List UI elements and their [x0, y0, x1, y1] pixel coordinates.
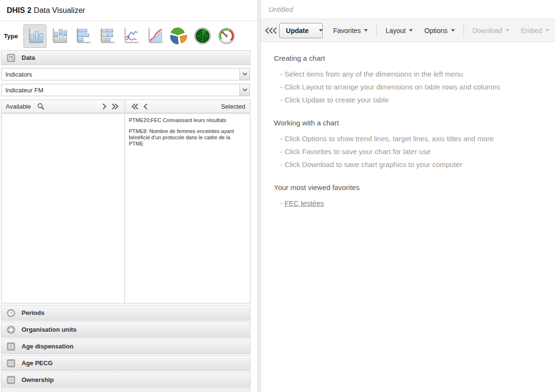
chart-type-column-button[interactable] [23, 24, 46, 48]
collapse-left-panel-button[interactable] [264, 23, 278, 38]
chart-type-row: Type [0, 22, 257, 50]
selected-toolbar: Selected [125, 100, 250, 112]
favorite-link[interactable]: FEC testées [284, 199, 324, 207]
accordion-periods[interactable]: Periods [1, 305, 250, 321]
clock-icon [7, 309, 15, 317]
search-icon [37, 102, 45, 111]
available-list[interactable] [1, 114, 125, 303]
chart-type-stacked-column-button[interactable] [47, 24, 70, 48]
pie-chart-icon [169, 26, 188, 45]
embed-label: Embed [521, 27, 542, 34]
chart-type-stacked-bar-button[interactable] [95, 24, 118, 48]
update-dropdown-button[interactable] [315, 23, 322, 38]
favorite-link-row: -FEC testées [274, 197, 544, 210]
accordion-label: Data [22, 54, 35, 61]
help-heading: Creating a chart [274, 52, 544, 65]
app-header: DHIS 2 Data Visualizer [0, 0, 257, 21]
accordion-partial[interactable] [1, 389, 250, 392]
column-chart-icon [25, 26, 45, 45]
dual-list: PTME20;FEC Connaissant leurs résultatsPT… [1, 113, 250, 303]
triple-chevron-left-icon [265, 27, 277, 34]
embed-menu-button: Embed [515, 23, 555, 38]
layout-menu-button[interactable]: Layout [380, 23, 419, 38]
help-item: - Click Layout to arrange your dimension… [274, 80, 544, 93]
options-label: Options [424, 27, 447, 34]
chart-title: Untitled [269, 5, 293, 13]
bullet-dash: - [280, 199, 283, 207]
stacked-column-chart-icon [49, 26, 68, 45]
selected-item[interactable]: PTME20;FEC Connaissant leurs résultats [129, 117, 246, 123]
dropdown-caret-icon [364, 29, 368, 32]
data-type-select[interactable]: Indicators [1, 68, 250, 80]
help-section: Working with a chart- Click Options to s… [274, 116, 544, 171]
search-icon-button[interactable] [36, 101, 46, 112]
data-type-select-value: Indicators [2, 71, 32, 78]
left-panel: DHIS 2 Data Visualizer Type Data Indicat… [0, 0, 257, 392]
right-panel: Untitled Update Favorites Layout Options… [261, 0, 555, 392]
indicator-group-select[interactable]: Indicateur FM [1, 84, 250, 96]
download-label: Download [472, 27, 502, 34]
combo-trigger-button[interactable] [239, 84, 249, 96]
chevron-right-icon [102, 103, 107, 110]
help-item: - Click Update to create your table [274, 93, 544, 106]
accordion-data[interactable]: Data [1, 50, 250, 65]
favorites-menu-button[interactable]: Favorites [328, 23, 374, 38]
dropdown-caret-icon [409, 29, 413, 32]
accordion-label: Age PECG [22, 359, 53, 367]
selected-list[interactable]: PTME20;FEC Connaissant leurs résultatsPT… [125, 114, 250, 303]
category-icon [7, 342, 15, 351]
selected-item[interactable]: PTME8: Nombre de femmes enceintes ayant … [129, 128, 246, 147]
dimension-accordions: PeriodsOrganisation unitsAge dispensatio… [1, 305, 250, 388]
area-chart-icon [145, 26, 164, 45]
accordion-label: Organisation units [22, 326, 77, 333]
select-all-button[interactable] [110, 101, 120, 112]
accordion-age-dispensation[interactable]: Age dispensation [1, 338, 250, 354]
double-chevron-left-icon [131, 103, 139, 110]
select-button[interactable] [99, 101, 110, 112]
bar-chart-icon [73, 26, 92, 45]
accordion-label: Age dispensation [22, 343, 73, 350]
chart-title-bar: Untitled [261, 0, 555, 19]
org-unit-icon [7, 325, 15, 334]
double-chevron-right-icon [111, 103, 119, 110]
update-button[interactable]: Update [279, 23, 323, 38]
category-icon [7, 359, 15, 368]
download-menu-button: Download [466, 23, 515, 38]
chart-type-pie-button[interactable] [167, 24, 190, 48]
options-menu-button[interactable]: Options [419, 23, 460, 38]
chart-type-bar-button[interactable] [71, 24, 94, 48]
chart-type-line-button[interactable] [119, 24, 142, 48]
chart-type-buttons [23, 24, 239, 48]
accordion-age-pecg[interactable]: Age PECG [1, 355, 250, 371]
help-item: - Select items from any of the dimension… [274, 67, 544, 80]
deselect-all-button[interactable] [130, 101, 140, 112]
line-chart-icon [121, 26, 140, 45]
category-icon [7, 376, 15, 384]
left-accordion-area: Data Indicators Indicateur FM Available [1, 50, 250, 392]
available-toolbar: Available [1, 100, 125, 112]
radar-chart-icon [193, 26, 212, 45]
deselect-button[interactable] [140, 101, 151, 112]
available-selected-toolbar: Available Selec [1, 100, 250, 113]
chevron-down-icon [242, 72, 248, 76]
help-item: - Click Favorites to save your chart for… [274, 145, 544, 158]
combo-trigger-button[interactable] [239, 68, 249, 80]
dropdown-caret-icon [319, 29, 322, 32]
indicator-group-select-value: Indicateur FM [2, 87, 43, 94]
help-item: - Click Download to save chart graphics … [274, 158, 544, 171]
chart-type-gauge-button[interactable] [215, 24, 238, 48]
layout-label: Layout [385, 27, 406, 34]
accordion-organisation-units[interactable]: Organisation units [1, 322, 250, 337]
stacked-bar-chart-icon [97, 26, 116, 45]
help-section: Your most viewed favorites-FEC testées [274, 181, 544, 210]
chart-type-area-button[interactable] [143, 24, 166, 48]
toolbar-separator [376, 24, 377, 37]
panel-splitter[interactable] [257, 0, 261, 392]
accordion-ownership[interactable]: Ownership [1, 372, 250, 388]
main-toolbar: Update Favorites Layout Options Download… [261, 19, 555, 42]
help-panel: Creating a chart- Select items from any … [261, 42, 555, 210]
help-heading: Working with a chart [274, 116, 544, 129]
favorites-label: Favorites [333, 27, 361, 34]
chart-type-radar-button[interactable] [191, 24, 214, 48]
chevron-down-icon [242, 88, 248, 92]
